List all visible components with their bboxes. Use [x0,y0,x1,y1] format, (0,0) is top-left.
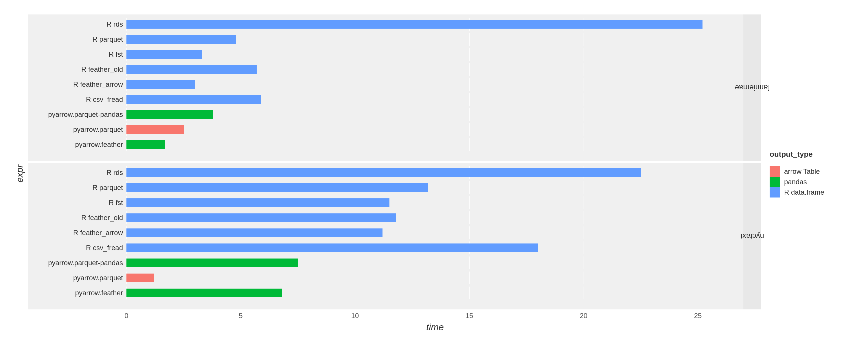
bar-row: pyarrow.parquet-pandas [28,255,744,271]
x-axis-label: time [126,322,744,333]
panel-rows: R rdsR parquetR fstR feather_oldR feathe… [28,14,744,161]
bar [126,50,202,59]
bar-row: pyarrow.feather [28,137,744,152]
bar-row: R feather_arrow [28,77,744,92]
bar-area [126,93,744,106]
panel-label: nyctaxi [744,163,761,309]
panels-container: R rdsR parquetR fstR feather_oldR feathe… [28,14,761,309]
bar [126,35,236,44]
row-label: pyarrow.parquet-pandas [28,111,126,119]
row-label: R feather_old [28,65,126,73]
bar [126,80,195,89]
bar-area [126,242,744,254]
row-label: pyarrow.parquet-pandas [28,259,126,267]
bar [126,244,538,252]
row-label: pyarrow.parquet [28,126,126,134]
bar-row: pyarrow.parquet-pandas [28,107,744,122]
bar-row: R rds [28,17,744,32]
bar-row: pyarrow.parquet [28,122,744,137]
bar-area [126,33,744,46]
legend-item: R data.frame [770,187,854,197]
legend-text: pandas [784,178,807,186]
bar [126,95,261,104]
bar [126,168,641,177]
bar-row: R rds [28,165,744,180]
bar [126,65,257,74]
bar-area [126,166,744,179]
row-label: R csv_fread [28,244,126,252]
x-tick: 5 [239,312,243,320]
legend-item: arrow Table [770,166,854,177]
row-label: R parquet [28,35,126,43]
bar-row: R fst [28,195,744,210]
bar-area [126,211,744,224]
panel-rows: R rdsR parquetR fstR feather_oldR feathe… [28,163,744,309]
bar-area [126,272,744,284]
row-label: R csv_fread [28,95,126,103]
x-axis: 0510152025 time [28,309,761,333]
x-tick: 10 [351,312,359,320]
row-label: R parquet [28,184,126,192]
bar [126,198,390,207]
row-label: pyarrow.parquet [28,274,126,282]
legend: output_type arrow Table pandas R data.fr… [761,14,854,333]
x-tick: 25 [694,312,702,320]
bar-area [126,181,744,194]
bar-area [126,123,744,136]
bar-row: R fst [28,47,744,62]
bar [126,140,165,149]
bar [126,228,382,237]
bar-row: R parquet [28,32,744,47]
panel-nyctaxi: R rdsR parquetR fstR feather_oldR feathe… [28,163,761,309]
y-axis-label: expr [14,164,25,183]
chart-container: expr R rdsR parquetR fstR feather_oldR f… [0,0,868,347]
legend-text: R data.frame [784,188,824,196]
bar-row: R feather_arrow [28,225,744,240]
bar-area [126,78,744,91]
row-label: R feather_old [28,214,126,222]
bar-area [126,18,744,31]
chart-wrapper: expr R rdsR parquetR fstR feather_oldR f… [14,14,854,333]
row-label: R feather_arrow [28,81,126,89]
legend-swatch [770,187,780,197]
bar [126,110,213,119]
bar-row: R parquet [28,180,744,195]
bar-row: R csv_fread [28,240,744,255]
row-label: R rds [28,20,126,28]
bar [126,213,396,222]
bar-area [126,287,744,299]
row-label: R feather_arrow [28,229,126,237]
legend-text: arrow Table [784,167,820,176]
row-label: pyarrow.feather [28,289,126,297]
bar [126,125,184,134]
bar-area [126,108,744,121]
bar-area [126,48,744,61]
x-tick: 0 [124,312,128,320]
bar-area [126,196,744,209]
bar-row: R csv_fread [28,92,744,107]
row-label: R fst [28,199,126,207]
bar-row: R feather_old [28,62,744,77]
bar [126,183,428,192]
bar [126,274,154,282]
legend-swatch [770,177,780,187]
bar [126,289,282,297]
bar-area [126,63,744,76]
bar-row: pyarrow.feather [28,285,744,301]
x-tick: 20 [580,312,588,320]
bar [126,258,298,267]
x-tick: 15 [466,312,473,320]
row-label: pyarrow.feather [28,140,126,149]
row-label: R rds [28,168,126,177]
panel-fanniemae: R rdsR parquetR fstR feather_oldR feathe… [28,14,761,161]
legend-title: output_type [770,150,854,159]
bar-area [126,256,744,269]
panel-label: fanniemae [744,14,761,161]
row-label: R fst [28,50,126,58]
x-axis-ticks: 0510152025 [126,309,744,321]
legend-item: pandas [770,177,854,187]
bar-row: pyarrow.parquet [28,271,744,285]
bar [126,20,703,29]
plot-area: R rdsR parquetR fstR feather_oldR feathe… [28,14,761,333]
bar-area [126,138,744,151]
